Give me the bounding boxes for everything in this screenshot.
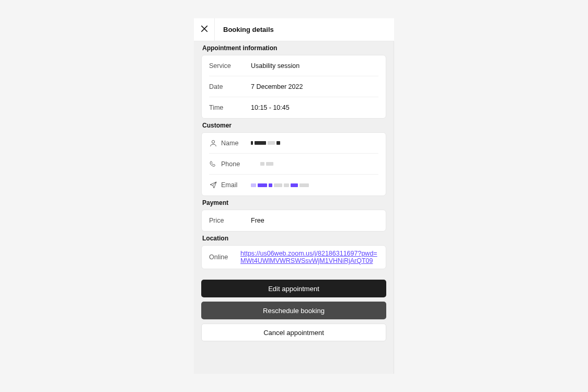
time-label: Time bbox=[209, 104, 249, 111]
payment-card: Price Free bbox=[201, 210, 386, 232]
reschedule-booking-button[interactable]: Reschedule booking bbox=[201, 302, 386, 319]
price-row: Price Free bbox=[209, 210, 378, 231]
service-label: Service bbox=[209, 62, 249, 70]
meeting-link[interactable]: https://us06web.zoom.us/j/82186311697?pw… bbox=[240, 250, 377, 264]
name-value-redacted bbox=[249, 141, 378, 145]
email-row: Email bbox=[209, 175, 378, 195]
online-label: Online bbox=[209, 253, 238, 261]
panel-title: Booking details bbox=[215, 26, 274, 33]
phone-label: Phone bbox=[209, 160, 249, 168]
panel-header: Booking details bbox=[194, 18, 394, 41]
actions: Edit appointment Reschedule booking Canc… bbox=[201, 280, 386, 341]
appointment-card: Service Usability session Date 7 Decembe… bbox=[201, 55, 386, 119]
date-label: Date bbox=[209, 83, 249, 90]
send-icon bbox=[209, 181, 217, 189]
email-label: Email bbox=[209, 181, 249, 189]
online-url: https://us06web.zoom.us/j/82186311697?pw… bbox=[238, 250, 378, 264]
time-row: Time 10:15 - 10:45 bbox=[209, 97, 378, 118]
cancel-appointment-button[interactable]: Cancel appointment bbox=[201, 324, 386, 341]
edit-appointment-button[interactable]: Edit appointment bbox=[201, 280, 386, 297]
phone-value-redacted bbox=[249, 162, 378, 166]
price-label: Price bbox=[209, 217, 249, 224]
service-value: Usability session bbox=[249, 62, 378, 70]
appointment-section-label: Appointment information bbox=[201, 41, 386, 55]
customer-section-label: Customer bbox=[201, 119, 386, 132]
name-label: Name bbox=[209, 139, 249, 147]
svg-point-0 bbox=[212, 140, 214, 143]
date-row: Date 7 December 2022 bbox=[209, 76, 378, 97]
name-row: Name bbox=[209, 133, 378, 154]
person-icon bbox=[209, 139, 217, 147]
time-value: 10:15 - 10:45 bbox=[249, 104, 378, 111]
online-row: Online https://us06web.zoom.us/j/8218631… bbox=[209, 246, 378, 269]
booking-details-panel: Booking details Appointment information … bbox=[194, 18, 394, 374]
panel-body: Appointment information Service Usabilit… bbox=[194, 41, 394, 374]
email-value-redacted bbox=[249, 183, 378, 187]
location-section-label: Location bbox=[201, 232, 386, 245]
customer-card: Name Phone bbox=[201, 132, 386, 196]
phone-icon bbox=[209, 160, 217, 168]
price-value: Free bbox=[249, 217, 378, 224]
close-button[interactable] bbox=[194, 18, 215, 41]
close-icon bbox=[201, 25, 208, 34]
date-value: 7 December 2022 bbox=[249, 83, 378, 90]
location-card: Online https://us06web.zoom.us/j/8218631… bbox=[201, 245, 386, 269]
phone-row: Phone bbox=[209, 154, 378, 175]
service-row: Service Usability session bbox=[209, 55, 378, 76]
payment-section-label: Payment bbox=[201, 196, 386, 210]
